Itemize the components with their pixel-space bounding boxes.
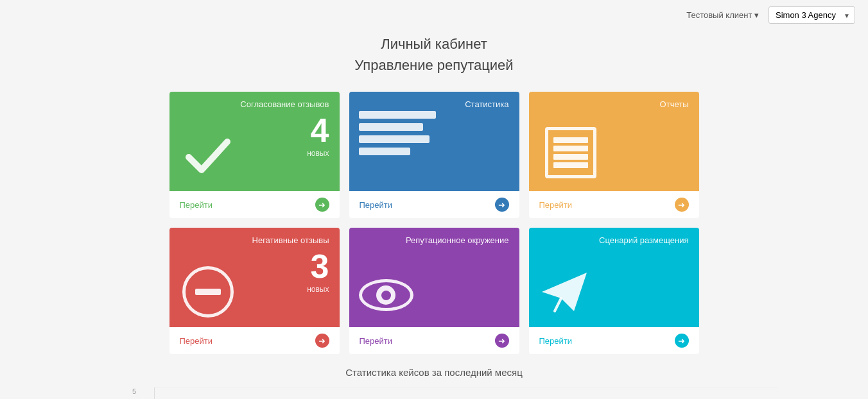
card-approvals-link[interactable]: Перейти bbox=[180, 200, 213, 210]
card-approvals-number: 4 bbox=[311, 112, 329, 149]
chart-title: Статистика кейсов за последний месяц bbox=[90, 367, 778, 378]
card-scenario-body: Сценарий размещения bbox=[529, 228, 699, 327]
card-scenario-arrow: ➜ bbox=[675, 334, 689, 348]
chart-wrapper: кейсов 0 1 2 3 4 5 bbox=[128, 387, 778, 399]
chart-y-labels: 0 1 2 3 4 5 bbox=[132, 387, 136, 399]
top-bar: Тестовый клиент ▾ Simon 3 Agency bbox=[0, 0, 868, 27]
card-reputation-footer[interactable]: Перейти ➜ bbox=[349, 327, 519, 354]
plane-icon bbox=[539, 266, 590, 318]
agency-dropdown[interactable]: Simon 3 Agency bbox=[768, 6, 855, 24]
card-reports[interactable]: Отчеты Перейти ➜ bbox=[529, 92, 699, 218]
card-statistics-title: Статистика bbox=[465, 99, 508, 109]
card-reputation-title: Репутационное окружение bbox=[406, 235, 509, 245]
card-scenario-title: Сценарий размещения bbox=[599, 235, 688, 245]
card-negative[interactable]: Негативные отзывы 3 новых Перейти ➜ bbox=[169, 228, 340, 354]
card-approvals-arrow: ➜ bbox=[315, 198, 329, 212]
card-negative-title: Негативные отзывы bbox=[252, 235, 329, 245]
client-selector[interactable]: Тестовый клиент ▾ bbox=[686, 10, 759, 20]
card-reputation[interactable]: Репутационное окружение Перейти ➜ bbox=[349, 228, 519, 354]
card-negative-body: Негативные отзывы 3 новых bbox=[169, 228, 340, 327]
card-approvals-subtitle: новых bbox=[307, 149, 329, 158]
card-statistics-link[interactable]: Перейти bbox=[360, 200, 393, 210]
card-negative-footer[interactable]: Перейти ➜ bbox=[169, 327, 340, 354]
card-statistics[interactable]: Статистика Перейти ➜ bbox=[349, 92, 519, 218]
card-reports-arrow: ➜ bbox=[675, 198, 689, 212]
card-approvals[interactable]: Согласование отзывов 4 новых Перейти ➜ bbox=[169, 92, 340, 218]
eye-icon bbox=[359, 279, 413, 311]
card-statistics-footer[interactable]: Перейти ➜ bbox=[349, 191, 519, 218]
page-header: Личный кабинет Управление репутацией bbox=[0, 27, 868, 92]
card-negative-subtitle: новых bbox=[307, 285, 329, 294]
card-negative-number: 3 bbox=[311, 248, 329, 285]
card-reputation-arrow: ➜ bbox=[495, 334, 509, 348]
card-reports-body: Отчеты bbox=[529, 92, 699, 191]
card-scenario[interactable]: Сценарий размещения Перейти ➜ bbox=[529, 228, 699, 354]
chart-section: Статистика кейсов за последний месяц кей… bbox=[0, 354, 868, 399]
card-approvals-footer[interactable]: Перейти ➜ bbox=[169, 191, 340, 218]
card-reputation-body: Репутационное окружение bbox=[349, 228, 519, 327]
minus-icon bbox=[182, 266, 234, 318]
reports-icon bbox=[545, 127, 596, 178]
card-reports-link[interactable]: Перейти bbox=[539, 200, 573, 210]
card-scenario-link[interactable]: Перейти bbox=[539, 336, 573, 346]
card-approvals-title: Согласование отзывов bbox=[240, 99, 329, 109]
svg-marker-0 bbox=[542, 273, 587, 311]
cards-container: Согласование отзывов 4 новых Перейти ➜ С… bbox=[0, 92, 868, 354]
card-negative-arrow: ➜ bbox=[315, 334, 329, 348]
card-statistics-body: Статистика bbox=[349, 92, 519, 191]
card-reputation-link[interactable]: Перейти bbox=[360, 336, 393, 346]
card-approvals-body: Согласование отзывов 4 новых bbox=[169, 92, 340, 191]
chart-area: 0 1 2 3 4 5 bbox=[154, 387, 778, 399]
agency-dropdown-wrapper[interactable]: Simon 3 Agency bbox=[768, 6, 855, 24]
card-reports-footer[interactable]: Перейти ➜ bbox=[529, 191, 699, 218]
svg-line-1 bbox=[555, 298, 561, 311]
card-scenario-footer[interactable]: Перейти ➜ bbox=[529, 327, 699, 354]
card-negative-link[interactable]: Перейти bbox=[180, 336, 213, 346]
page-title: Личный кабинет Управление репутацией bbox=[0, 33, 868, 76]
cards-row-2: Негативные отзывы 3 новых Перейти ➜ Репу… bbox=[169, 228, 699, 354]
checkmark-icon bbox=[182, 130, 234, 182]
lines-icon bbox=[359, 111, 436, 155]
cards-row-1: Согласование отзывов 4 новых Перейти ➜ С… bbox=[169, 92, 699, 218]
card-reports-title: Отчеты bbox=[660, 99, 689, 109]
chart-line-svg bbox=[155, 387, 778, 399]
card-statistics-arrow: ➜ bbox=[495, 198, 509, 212]
